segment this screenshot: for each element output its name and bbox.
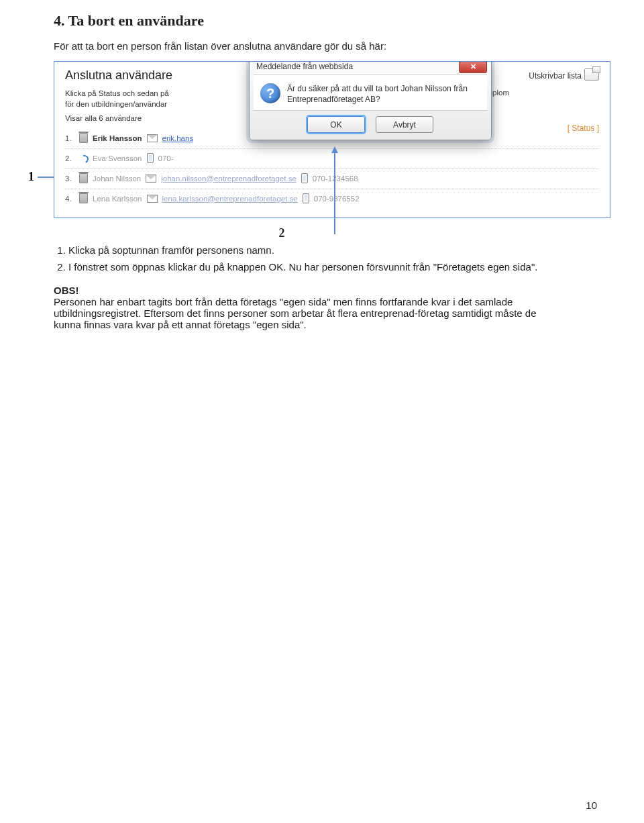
panel-help-text: Klicka på Status och sedan på för den ut… — [65, 89, 239, 109]
dialog-title: Meddelande från webbsida — [256, 62, 353, 71]
user-phone: 070-9876552 — [314, 195, 360, 203]
user-list: 1. Erik Hansson erik.hans 2. Eva Svensso… — [65, 129, 599, 209]
cancel-button[interactable]: Avbryt — [376, 116, 433, 133]
obs-label: OBS! — [54, 285, 597, 296]
question-icon: ? — [260, 83, 280, 103]
phone-icon — [147, 153, 154, 163]
user-name: Eva Svensson — [93, 154, 142, 162]
phone-icon — [301, 173, 308, 183]
screenshot-wrapper: 1 Anslutna användare Klicka på Status oc… — [34, 61, 597, 218]
refresh-icon[interactable] — [79, 154, 88, 162]
obs-body: Personen har enbart tagits bort från det… — [54, 296, 564, 330]
user-row: 4. Lena Karlsson lena.karlsson@entrepren… — [65, 189, 599, 209]
delete-icon[interactable] — [79, 133, 88, 143]
ok-button[interactable]: OK — [307, 116, 365, 133]
step-2: I fönstret som öppnas klickar du på knap… — [68, 261, 597, 273]
row-number: 3. — [65, 175, 74, 183]
callout-1: 1 — [28, 170, 34, 184]
phone-icon — [303, 193, 309, 203]
callout-2: 2 — [262, 226, 302, 240]
mail-icon — [147, 134, 158, 142]
mail-icon — [147, 195, 158, 203]
row-number: 4. — [65, 195, 74, 203]
showing-count: Visar alla 6 användare — [65, 114, 142, 122]
page-number: 10 — [586, 800, 597, 811]
print-icon[interactable] — [584, 68, 599, 81]
confirm-dialog: Meddelande från webbsida ✕ ? Är du säker… — [249, 61, 492, 140]
user-row: 3. Johan Nilsson johan.nilsson@entrepren… — [65, 169, 599, 189]
user-email[interactable]: erik.hans — [162, 134, 194, 142]
row-number: 2. — [65, 154, 74, 162]
screenshot-panel: Anslutna användare Klicka på Status och … — [54, 61, 610, 218]
user-phone: 070- — [158, 154, 174, 162]
step-1: Klicka på soptunnan framför personens na… — [68, 244, 597, 256]
panel-title: Anslutna användare — [65, 68, 172, 83]
printable-list-link[interactable]: Utskrivbar lista — [529, 71, 582, 81]
mail-icon — [146, 175, 156, 183]
user-email[interactable]: lena.karlsson@entreprenadforetaget.se — [162, 195, 298, 203]
row-number: 1. — [65, 134, 74, 142]
user-name: Erik Hansson — [93, 134, 142, 142]
steps-list: Klicka på soptunnan framför personens na… — [54, 244, 597, 273]
user-name: Johan Nilsson — [93, 175, 141, 183]
intro-text: För att ta bort en person från listan öv… — [54, 40, 597, 52]
close-icon: ✕ — [470, 62, 476, 71]
user-name: Lena Karlsson — [93, 195, 142, 203]
user-email[interactable]: johan.nilsson@entreprenadforetaget.se — [161, 175, 297, 183]
dialog-message: Är du säker på att du vill ta bort Johan… — [287, 83, 479, 105]
arrow-2 — [334, 147, 335, 234]
delete-icon[interactable] — [79, 173, 88, 183]
close-button[interactable]: ✕ — [459, 61, 487, 73]
delete-icon[interactable] — [79, 193, 88, 203]
section-heading: 4. Ta bort en användare — [54, 12, 597, 30]
